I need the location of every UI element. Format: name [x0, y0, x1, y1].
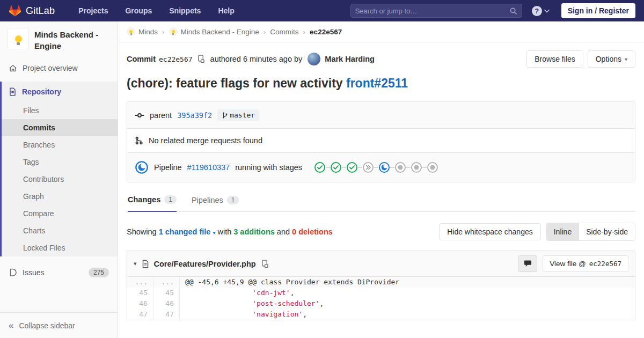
hunk-header-text: @@ -45,6 +45,9 @@ class Provider extends… — [180, 277, 635, 288]
branch-name: master — [230, 111, 255, 119]
parent-label: parent — [150, 111, 172, 120]
pipeline-running-icon — [135, 160, 149, 174]
and-label: and — [277, 227, 290, 236]
gitlab-tanuki-icon — [9, 4, 21, 17]
stage-created-icon[interactable] — [394, 161, 406, 173]
nav-snippets[interactable]: Snippets — [163, 0, 207, 21]
tab-pipelines[interactable]: Pipelines 1 — [192, 195, 239, 211]
sidebar-item-commits[interactable]: Commits — [2, 119, 118, 136]
sidebar-item-issues[interactable]: Issues 275 — [0, 261, 118, 284]
copy-sha-button[interactable] — [197, 55, 205, 63]
view-file-button[interactable]: View file @ ec22e567 — [543, 255, 628, 272]
author-name[interactable]: Mark Harding — [325, 55, 375, 63]
gitlab-wordmark: GitLab — [26, 5, 55, 17]
branch-badge[interactable]: master — [217, 109, 259, 121]
collapse-sidebar-button[interactable]: « Collapse sidebar — [0, 312, 118, 338]
old-line-number[interactable]: 45 — [127, 288, 153, 298]
sidebar-item-contributors[interactable]: Contributors — [2, 171, 118, 188]
file-icon — [142, 260, 149, 268]
stage-connector — [406, 167, 411, 168]
author-avatar[interactable] — [308, 53, 320, 65]
fold-caret-icon[interactable]: ▾ — [134, 260, 137, 267]
lightbulb-icon — [172, 30, 175, 33]
hide-whitespace-button[interactable]: Hide whitespace changes — [439, 223, 541, 240]
sidebar-item-branches[interactable]: Branches — [2, 136, 118, 153]
stage-passed-icon[interactable] — [346, 161, 358, 173]
sidebar-section-repository: Repository Files Commits Branches Tags C… — [0, 82, 118, 256]
parent-sha-link[interactable]: 395a39f2 — [177, 111, 212, 120]
caret-down-icon: ▾ — [213, 230, 215, 236]
stage-passed-icon[interactable] — [330, 161, 342, 173]
pipeline-id-link[interactable]: #119610337 — [187, 163, 230, 172]
sidebar-item-label: Repository — [22, 87, 61, 96]
breadcrumb-minds[interactable]: Minds — [127, 27, 158, 36]
diff-file-path[interactable]: Core/Features/Provider.php — [154, 260, 256, 268]
double-chevron-left-icon: « — [9, 320, 13, 331]
diff-code-row: 47 47 'navigation', — [127, 309, 635, 320]
authored-text: authored 6 minutes ago by — [210, 55, 303, 63]
tab-changes-label: Changes — [128, 195, 160, 204]
project-avatar-small — [169, 27, 178, 36]
caret-down-icon: ▾ — [625, 56, 627, 62]
commit-title: (chore): feature flags for new activity … — [127, 76, 635, 91]
diff-table: ... ... @@ -45,6 +45,9 @@ class Provider… — [127, 277, 635, 320]
top-navbar: GitLab Projects Groups Snippets Help ? S… — [0, 0, 644, 21]
old-line-number[interactable]: 46 — [127, 298, 153, 309]
inline-view-button[interactable]: Inline — [547, 223, 579, 240]
side-by-side-view-button[interactable]: Side-by-side — [579, 223, 635, 240]
comment-bubble-icon — [524, 260, 532, 268]
sidebar-item-project-overview[interactable]: Project overview — [0, 58, 118, 78]
sidebar-item-repository[interactable]: Repository — [2, 82, 118, 102]
sidebar-item-files[interactable]: Files — [2, 102, 118, 119]
stage-created-icon[interactable] — [427, 161, 438, 173]
breadcrumb-separator: › — [303, 28, 306, 36]
main-content: Minds › Minds Backend - Engine › Commits… — [118, 21, 644, 338]
toggle-comments-button[interactable] — [518, 255, 537, 272]
diff-summary-text: Showing 1 changed file ▾ with 3 addition… — [127, 227, 333, 236]
stage-connector — [342, 167, 346, 168]
commit-title-issue-link[interactable]: front#2511 — [346, 76, 408, 90]
copy-file-path-button[interactable] — [261, 260, 269, 268]
stage-passed-icon[interactable] — [314, 161, 326, 173]
sidebar-item-compare[interactable]: Compare — [2, 205, 118, 222]
search-bar[interactable] — [350, 4, 522, 18]
sidebar-project-link[interactable]: Minds Backend - Engine — [0, 21, 118, 58]
pipeline-stages — [314, 161, 438, 173]
pipeline-row: Pipeline #119610337 running with stages — [127, 152, 635, 182]
options-dropdown-button[interactable]: Options ▾ — [588, 50, 635, 68]
sidebar-item-charts[interactable]: Charts — [2, 222, 118, 239]
commit-label: Commit — [127, 55, 156, 63]
help-dropdown[interactable]: ? — [532, 6, 550, 16]
view-file-sha: ec22e567 — [589, 260, 621, 268]
diff-file-header: ▾ Core/Features/Provider.php View file — [127, 251, 635, 277]
gitlab-logo[interactable]: GitLab — [9, 4, 55, 17]
new-line-number[interactable]: 46 — [153, 298, 180, 309]
project-avatar — [8, 28, 29, 49]
sidebar-item-tags[interactable]: Tags — [2, 153, 118, 171]
commit-tabs: Changes 1 Pipelines 1 — [127, 195, 635, 212]
tab-changes[interactable]: Changes 1 — [128, 195, 177, 212]
nav-groups[interactable]: Groups — [119, 0, 158, 21]
browse-files-button[interactable]: Browse files — [526, 50, 583, 68]
stage-created-icon[interactable] — [411, 161, 422, 173]
lightbulb-icon — [129, 30, 133, 33]
old-line-number[interactable]: 47 — [127, 309, 153, 320]
code-line: 'post-scheduler', — [180, 298, 635, 309]
search-input[interactable] — [355, 7, 509, 15]
breadcrumb: Minds › Minds Backend - Engine › Commits… — [118, 21, 644, 42]
stage-skipped-icon[interactable] — [362, 161, 374, 173]
changed-files-dropdown[interactable]: 1 changed file ▾ — [159, 227, 216, 236]
sign-in-register-button[interactable]: Sign in / Register — [561, 3, 635, 18]
breadcrumb-commits[interactable]: Commits — [270, 28, 298, 36]
commit-icon — [135, 112, 144, 119]
new-line-number[interactable]: 47 — [153, 309, 180, 320]
breadcrumb-project[interactable]: Minds Backend - Engine — [169, 27, 259, 36]
nav-help[interactable]: Help — [211, 0, 240, 21]
nav-projects[interactable]: Projects — [72, 0, 114, 21]
stage-running-icon[interactable] — [378, 161, 390, 173]
sidebar-item-graph[interactable]: Graph — [2, 188, 118, 205]
merge-request-icon — [135, 136, 143, 145]
sidebar-item-locked-files[interactable]: Locked Files — [2, 239, 118, 256]
breadcrumb-label: Minds Backend - Engine — [181, 28, 259, 36]
new-line-number[interactable]: 45 — [153, 288, 180, 298]
